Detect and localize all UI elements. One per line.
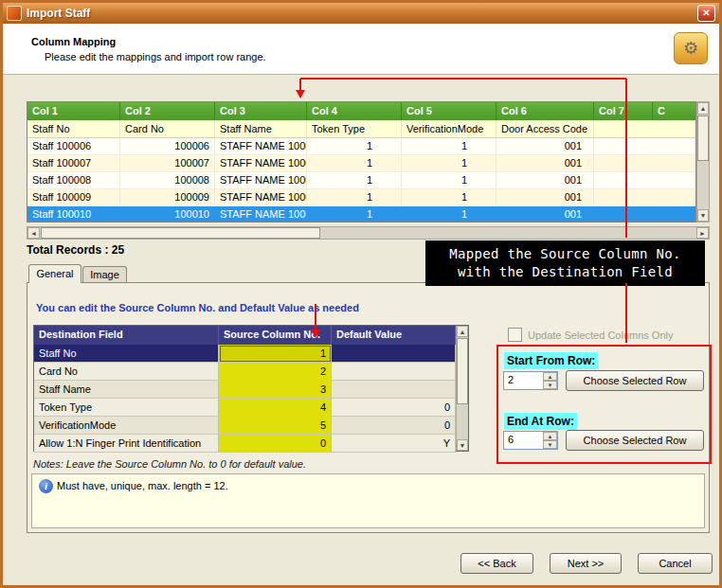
source-column-cell[interactable]: 1 [219, 345, 332, 363]
default-value-cell[interactable] [332, 363, 456, 381]
tab-general[interactable]: General [28, 264, 81, 283]
grid-cell: Staff 100009 [27, 189, 120, 206]
title-bar: Import Staff ✕ [3, 3, 719, 24]
gear-icon: ⚙ [683, 38, 698, 59]
grid-cell: 1 [307, 172, 402, 189]
spin-up-button[interactable]: ▲ [543, 372, 557, 381]
source-column-cell[interactable]: 5 [219, 417, 332, 435]
grid-cell [594, 138, 696, 155]
validation-info-text: Must have, unique, max. length = 12. [57, 480, 228, 491]
destination-field-cell: Token Type [34, 399, 219, 417]
end-row-spinner[interactable]: 6 ▲ ▼ [503, 431, 558, 450]
mapping-row[interactable]: Token Type 4 0 [34, 399, 456, 417]
grid-cell: 1 [307, 138, 402, 155]
choose-selected-row-start-button[interactable]: Choose Selected Row [566, 370, 704, 391]
update-selected-label: Update Selected Columns Only [528, 330, 673, 341]
mapping-row[interactable]: VerificationMode 5 0 [34, 417, 456, 435]
grid-cell: 1 [402, 206, 496, 223]
grid-cell: 1 [402, 155, 496, 172]
source-column-cell[interactable]: 4 [219, 399, 332, 417]
scroll-thumb[interactable] [41, 227, 320, 239]
mapping-vscrollbar[interactable]: ▲ ▼ [456, 326, 468, 451]
grid-cell: STAFF NAME 10001 [215, 206, 307, 223]
next-button[interactable]: Next >> [550, 553, 622, 574]
annotation-callout: Mapped the Source Column No. with the De… [425, 241, 705, 286]
grid-cell: Staff 100008 [27, 172, 120, 189]
grid-row[interactable]: Staff 100006 100006 STAFF NAME 10000 1 1… [27, 138, 696, 155]
start-from-row-label: Start From Row: [504, 352, 598, 369]
tab-image[interactable]: Image [82, 266, 127, 283]
grid-row[interactable]: Staff 100008 100008 STAFF NAME 10000 1 1… [27, 172, 696, 189]
grid-col-header[interactable]: C [653, 102, 696, 120]
grid-col-header[interactable]: Col 3 [215, 102, 307, 120]
grid-col-header[interactable]: Col 1 [27, 102, 120, 120]
grid-col-header[interactable]: Col 2 [120, 102, 215, 120]
total-records-label: Total Records : 25 [27, 243, 124, 257]
back-button[interactable]: << Back [460, 553, 533, 574]
destination-field-cell: VerificationMode [34, 417, 219, 435]
start-row-spinner[interactable]: 2 ▲ ▼ [503, 371, 558, 390]
grid-cell: 1 [402, 189, 496, 206]
validation-info-box: i Must have, unique, max. length = 12. [31, 473, 705, 528]
mapping-col-header[interactable]: Source Column No. [219, 326, 332, 345]
source-column-cell[interactable]: 0 [219, 435, 332, 453]
grid-cell: STAFF NAME 10000 [215, 155, 307, 172]
scroll-down-button[interactable]: ▼ [697, 209, 709, 222]
end-row-value[interactable]: 6 [504, 432, 543, 449]
scroll-down-button[interactable]: ▼ [457, 439, 468, 451]
close-button[interactable]: ✕ [697, 5, 715, 22]
grid-cell: 100006 [120, 138, 215, 155]
grid-row[interactable]: Staff 100007 100007 STAFF NAME 10000 1 1… [27, 155, 696, 172]
wizard-header: Column Mapping Please edit the mappings … [3, 24, 719, 75]
spin-down-button[interactable]: ▼ [543, 440, 557, 449]
cancel-button[interactable]: Cancel [638, 553, 713, 574]
source-column-cell[interactable]: 2 [219, 363, 332, 381]
update-selected-checkbox[interactable] [508, 328, 522, 342]
default-value-cell[interactable] [332, 381, 456, 399]
mapping-col-header[interactable]: Default Value [332, 326, 456, 345]
grid-cell: 100009 [120, 189, 215, 206]
destination-field-cell: Staff Name [34, 381, 219, 399]
arrow-left-icon: ◄ [30, 230, 37, 237]
default-value-cell[interactable]: 0 [332, 399, 456, 417]
edit-instruction-text: You can edit the Source Column No. and D… [36, 302, 359, 313]
spin-down-button[interactable]: ▼ [543, 381, 557, 389]
grid-row[interactable]: Staff 100009 100009 STAFF NAME 10000 1 1… [27, 189, 696, 206]
window-icon [7, 6, 22, 21]
default-value-cell[interactable]: Y [332, 435, 456, 453]
grid-cell: 001 [496, 138, 594, 155]
grid-col-header[interactable]: Col 7 [594, 102, 653, 120]
window-title: Import Staff [27, 7, 90, 20]
spin-up-button[interactable]: ▲ [543, 432, 557, 440]
page-title: Column Mapping [31, 36, 116, 47]
grid-col-header[interactable]: Col 5 [402, 102, 496, 120]
start-row-value[interactable]: 2 [504, 372, 543, 389]
scroll-up-button[interactable]: ▲ [697, 102, 709, 115]
grid-hscrollbar[interactable]: ◄ ► [27, 226, 710, 240]
default-value-cell[interactable] [332, 345, 456, 363]
default-value-cell[interactable]: 0 [332, 417, 456, 435]
scroll-up-button[interactable]: ▲ [457, 326, 468, 337]
mapping-table: Destination Field Source Column No. Defa… [33, 325, 469, 452]
scroll-thumb[interactable] [457, 338, 468, 404]
mapping-col-header[interactable]: Destination Field [34, 326, 219, 345]
mapping-row[interactable]: Staff Name 3 [34, 381, 456, 399]
grid-row-selected[interactable]: Staff 100010 100010 STAFF NAME 10001 1 1… [27, 206, 696, 223]
import-preview-grid: Col 1 Col 2 Col 3 Col 4 Col 5 Col 6 Col … [27, 101, 696, 223]
field-label: VerificationMode [402, 120, 496, 138]
choose-selected-row-end-button[interactable]: Choose Selected Row [566, 430, 704, 451]
mapping-row[interactable]: Allow 1:N Finger Print Identification 0 … [34, 435, 456, 453]
mapping-row-selected[interactable]: Staff No 1 [34, 345, 456, 363]
grid-vscrollbar[interactable]: ▲ ▼ [696, 101, 710, 223]
mapping-row[interactable]: Card No 2 [34, 363, 456, 381]
grid-col-header[interactable]: Col 4 [307, 102, 402, 120]
grid-cell [594, 189, 696, 206]
grid-col-header[interactable]: Col 6 [496, 102, 594, 120]
settings-icon[interactable]: ⚙ [674, 32, 708, 64]
grid-cell [594, 172, 696, 189]
scroll-left-button[interactable]: ◄ [27, 227, 40, 239]
scroll-thumb[interactable] [697, 116, 709, 161]
field-label: Card No [120, 120, 215, 138]
scroll-right-button[interactable]: ► [696, 227, 709, 239]
source-column-cell[interactable]: 3 [219, 381, 332, 399]
